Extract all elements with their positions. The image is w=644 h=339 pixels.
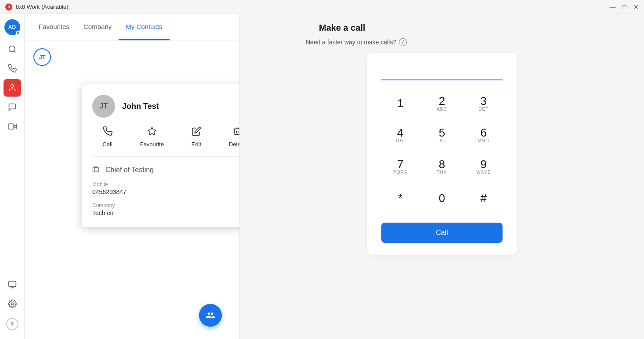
contacts-list: JT JT John Test bbox=[25, 40, 239, 339]
dial-key-star[interactable]: * bbox=[386, 184, 414, 212]
sidebar-item-desktop[interactable] bbox=[4, 276, 21, 293]
tabs-header: Favourites Company My Contacts bbox=[25, 14, 239, 40]
sidebar-item-phone[interactable] bbox=[4, 60, 21, 77]
add-contact-fab[interactable] bbox=[199, 304, 222, 327]
popup-info: Chief of Testing Mobile 0456293847 Compa… bbox=[92, 166, 239, 216]
tab-favourites[interactable]: Favourites bbox=[32, 14, 76, 40]
dial-key-1[interactable]: 1 bbox=[386, 89, 414, 117]
contact-avatar-jt: JT bbox=[33, 48, 51, 66]
svg-marker-2 bbox=[14, 125, 16, 128]
sidebar: AD bbox=[0, 14, 25, 339]
close-button[interactable]: ✕ bbox=[633, 4, 639, 11]
favourite-icon bbox=[147, 126, 157, 138]
contact-popup-card: JT John Test bbox=[82, 84, 239, 227]
delete-icon bbox=[232, 126, 239, 138]
popup-header: JT John Test bbox=[92, 95, 239, 118]
edit-action-btn[interactable]: Edit bbox=[192, 126, 201, 148]
dialpad-hint: Need a faster way to make calls? i bbox=[306, 38, 407, 46]
svg-rect-3 bbox=[8, 124, 13, 129]
main-content: Favourites Company My Contacts JT bbox=[25, 14, 644, 339]
contact-title: Chief of Testing bbox=[105, 166, 154, 174]
maximize-button[interactable]: □ bbox=[623, 4, 626, 11]
page-title: Make a call bbox=[319, 23, 365, 33]
popup-avatar: JT bbox=[92, 95, 115, 118]
title-bar: 8 8x8 Work (Available) — □ ✕ bbox=[0, 0, 644, 14]
dial-key-9[interactable]: 9 WXYZ bbox=[470, 152, 498, 180]
title-row: Chief of Testing bbox=[92, 166, 239, 174]
list-item[interactable]: JT bbox=[25, 44, 239, 70]
call-button[interactable]: Call bbox=[381, 223, 503, 243]
popup-contact-name: John Test bbox=[122, 102, 159, 111]
minimize-button[interactable]: — bbox=[610, 4, 616, 11]
dial-key-0[interactable]: 0 bbox=[428, 184, 456, 212]
sidebar-item-video[interactable] bbox=[4, 118, 21, 135]
mobile-value: 0456293847 bbox=[92, 188, 239, 195]
app-logo: 8 bbox=[5, 4, 12, 11]
svg-rect-11 bbox=[93, 168, 98, 172]
sidebar-item-contacts[interactable] bbox=[4, 79, 21, 97]
dialpad-card: 1 2 ABC 3 DEF 4 GHI bbox=[367, 53, 517, 255]
sidebar-item-search[interactable] bbox=[4, 40, 21, 58]
favourite-action-btn[interactable]: Favourite bbox=[140, 126, 164, 148]
info-icon: i bbox=[399, 38, 407, 46]
dial-key-6[interactable]: 6 MNO bbox=[470, 121, 498, 149]
delete-action-btn[interactable]: Delete bbox=[229, 126, 239, 148]
dial-key-hash[interactable]: # bbox=[470, 184, 498, 212]
company-label: Company bbox=[92, 202, 239, 209]
company-row: Company Tech.co bbox=[92, 202, 239, 216]
svg-point-1 bbox=[11, 85, 14, 88]
dial-key-4[interactable]: 4 GHI bbox=[386, 121, 414, 149]
edit-icon bbox=[192, 126, 201, 138]
svg-point-7 bbox=[11, 303, 13, 305]
call-icon bbox=[103, 126, 112, 138]
briefcase-icon bbox=[92, 166, 101, 174]
sidebar-item-chat[interactable] bbox=[4, 98, 21, 116]
tab-company[interactable]: Company bbox=[76, 14, 119, 40]
dial-key-7[interactable]: 7 PQRS bbox=[386, 152, 414, 180]
status-indicator bbox=[16, 31, 20, 35]
dialpad-panel: Make a call Need a faster way to make ca… bbox=[240, 14, 644, 339]
avatar[interactable]: AD bbox=[4, 19, 20, 35]
mobile-row: Mobile 0456293847 bbox=[92, 181, 239, 195]
dial-key-5[interactable]: 5 JKL bbox=[428, 121, 456, 149]
dial-key-2[interactable]: 2 ABC bbox=[428, 89, 456, 117]
svg-point-0 bbox=[9, 46, 14, 52]
dial-key-8[interactable]: 8 TUV bbox=[428, 152, 456, 180]
company-value: Tech.co bbox=[92, 209, 239, 216]
dial-key-3[interactable]: 3 DEF bbox=[470, 89, 498, 117]
dial-input[interactable] bbox=[381, 64, 503, 80]
app-title: 8x8 Work (Available) bbox=[16, 4, 68, 10]
mobile-label: Mobile bbox=[92, 181, 239, 188]
dial-grid: 1 2 ABC 3 DEF 4 GHI bbox=[381, 89, 503, 212]
sidebar-item-help[interactable]: ? bbox=[6, 318, 18, 330]
popup-actions: Call Favourite bbox=[92, 126, 239, 157]
svg-marker-10 bbox=[148, 127, 156, 135]
svg-rect-4 bbox=[8, 281, 16, 287]
contacts-panel: Favourites Company My Contacts JT bbox=[25, 14, 240, 339]
tab-my-contacts[interactable]: My Contacts bbox=[119, 14, 169, 40]
app-body: AD bbox=[0, 14, 644, 339]
sidebar-item-settings[interactable] bbox=[4, 295, 21, 313]
call-action-btn[interactable]: Call bbox=[102, 126, 112, 148]
help-icon-label: ? bbox=[11, 321, 14, 328]
